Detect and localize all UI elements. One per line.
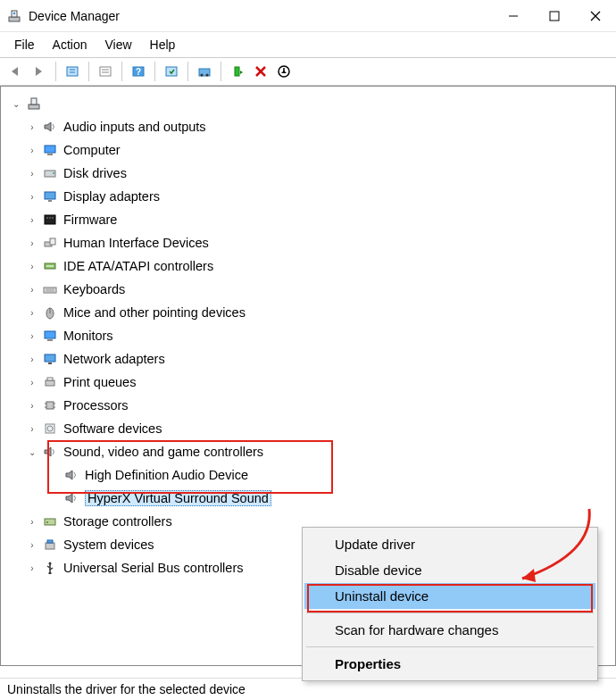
toolbar-separator [154,62,155,81]
toolbar-separator [221,62,221,81]
context-menu-item[interactable]: Scan for hardware changes [304,617,595,643]
tree-item-label: Software devices [63,421,162,436]
software-icon [42,421,58,437]
close-button[interactable] [575,0,616,32]
svg-rect-25 [45,146,55,153]
expander-icon[interactable]: › [26,283,38,296]
menu-help[interactable]: Help [143,36,183,54]
expander-icon[interactable]: › [26,399,38,412]
show-hidden-button[interactable] [62,61,83,82]
tree-category[interactable]: ›Human Interface Devices [8,231,612,254]
scan-button[interactable] [161,61,182,82]
svg-rect-10 [100,67,111,76]
back-button[interactable] [5,61,27,82]
tree-item-label: Sound, video and game controllers [63,445,263,459]
tree-device[interactable]: High Definition Audio Device [8,463,612,487]
tree-item-label: IDE ATA/ATAPI controllers [63,259,213,273]
speaker-icon [42,119,58,135]
tree-category[interactable]: ›Display adapters [8,185,612,208]
menu-action[interactable]: Action [46,36,95,54]
expander-icon[interactable]: › [26,329,38,342]
svg-rect-23 [29,104,39,109]
svg-rect-50 [46,402,54,409]
mouse-icon [42,304,58,321]
expander-icon[interactable]: › [26,167,38,179]
tree-item-label: Print queues [63,375,136,389]
tree-category[interactable]: ⌄Sound, video and game controllers [8,440,612,463]
expander-icon[interactable]: › [26,376,38,388]
computer-icon [26,96,42,112]
expander-icon[interactable]: ⌄ [26,446,38,458]
tree-root[interactable]: ⌄ [8,92,612,115]
tree-category[interactable]: ›Keyboards [8,278,612,301]
tree-category[interactable]: ›Monitors [8,324,612,347]
help-button[interactable]: ? [128,61,149,82]
tree-category[interactable]: ›Audio inputs and outputs [8,115,612,138]
display-adapter-icon [42,188,58,204]
enable-device-button[interactable] [227,61,248,82]
svg-rect-59 [46,543,54,549]
context-menu-item[interactable]: Properties [304,651,595,677]
keyboard-icon [42,281,58,297]
menu-view[interactable]: View [97,36,138,54]
tree-category[interactable]: ›Disk drives [8,162,612,185]
expander-icon[interactable]: › [26,213,38,226]
tree-device[interactable]: HyperX Virtual Surround Sound [8,487,612,510]
tree-item-label: Computer [63,143,121,157]
hid-icon [42,235,58,251]
tree-category[interactable]: ›IDE ATA/ATAPI controllers [8,254,612,278]
expander-icon[interactable]: › [26,353,38,365]
toolbar-separator [55,62,56,81]
expander-icon[interactable]: › [26,562,38,574]
uninstall-device-button[interactable] [250,61,271,82]
monitor-blue-icon [42,328,58,344]
menu-file[interactable]: File [7,36,42,54]
expander-icon[interactable]: › [26,538,38,551]
context-menu-item[interactable]: Update driver [304,531,595,557]
svg-point-58 [46,521,48,523]
minimize-button[interactable] [493,0,534,32]
svg-point-28 [53,172,54,174]
speaker-icon [63,490,79,506]
expander-icon[interactable]: ⌄ [10,97,22,110]
tree-category[interactable]: ›Software devices [8,417,612,440]
context-menu-item[interactable]: Uninstall device [304,583,595,609]
svg-rect-33 [49,217,51,219]
network-icon [42,351,58,367]
svg-rect-48 [46,380,54,386]
svg-rect-60 [47,540,53,543]
expander-icon[interactable]: › [26,237,38,249]
forward-button[interactable] [29,61,50,82]
tree-category[interactable]: ›Mice and other pointing devices [8,301,612,324]
maximize-button[interactable] [534,0,575,32]
expander-spacer [47,492,60,504]
context-menu-item[interactable]: Disable device [304,557,595,583]
svg-rect-57 [45,519,55,525]
svg-rect-31 [45,215,55,224]
tree-category[interactable]: ›Firmware [8,208,612,231]
expander-icon[interactable]: › [26,144,38,156]
disk-icon [42,165,58,181]
expander-icon[interactable]: › [26,260,38,272]
tree-category[interactable]: ›Network adapters [8,347,612,371]
tree-item-label: Storage controllers [63,514,172,529]
expander-icon[interactable]: › [26,121,38,133]
expander-icon[interactable]: › [26,515,38,528]
tree-item-label: Display adapters [63,189,160,204]
disable-device-button[interactable] [273,61,295,82]
svg-rect-15 [166,67,177,76]
properties-button[interactable] [95,61,116,82]
tree-category[interactable]: ›Processors [8,394,612,417]
window-title: Device Manager [29,9,493,23]
update-driver-button[interactable] [194,61,215,82]
tree-category[interactable]: ›Computer [8,138,612,162]
toolbar-separator [88,62,89,81]
expander-icon[interactable]: › [26,190,38,203]
tree-category[interactable]: ›Print queues [8,371,612,394]
expander-icon[interactable]: › [26,422,38,435]
expander-icon[interactable]: › [26,306,38,319]
tree-item-label: Keyboards [63,282,125,296]
svg-rect-39 [44,288,56,293]
speaker-icon [42,444,58,460]
svg-rect-19 [235,67,239,76]
